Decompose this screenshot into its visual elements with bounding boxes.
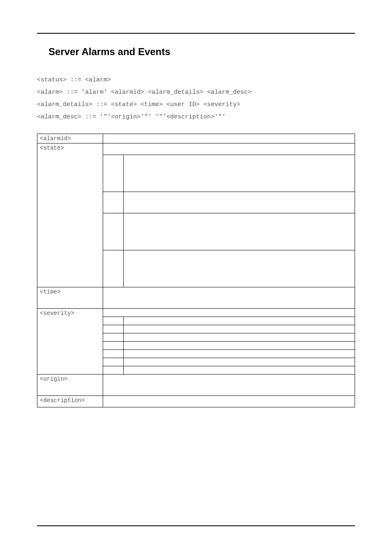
table-row: <state> bbox=[37, 143, 355, 155]
cell-desc bbox=[124, 333, 355, 342]
top-rule bbox=[37, 33, 355, 34]
cell-desc bbox=[124, 358, 355, 366]
cell-code bbox=[103, 325, 124, 333]
cell-code bbox=[103, 333, 124, 342]
cell-name: <alarmid> bbox=[37, 134, 103, 143]
cell-code bbox=[103, 358, 124, 366]
cell-desc bbox=[103, 134, 355, 143]
cell-name: <time> bbox=[37, 287, 103, 309]
footer-rule bbox=[37, 525, 355, 526]
cell-code bbox=[103, 342, 124, 350]
cell-desc bbox=[124, 250, 355, 287]
cell-code bbox=[103, 250, 124, 287]
cell-desc bbox=[124, 317, 355, 325]
cell-code bbox=[103, 192, 124, 213]
table-row: <severity> bbox=[37, 309, 355, 317]
cell-desc bbox=[124, 366, 355, 375]
page-title: Server Alarms and Events bbox=[48, 46, 355, 58]
cell-desc bbox=[124, 350, 355, 358]
cell-desc bbox=[124, 192, 355, 213]
cell-name: <severity> bbox=[37, 309, 103, 375]
cell-name: <state> bbox=[37, 143, 103, 287]
cell-desc bbox=[124, 325, 355, 333]
cell-desc bbox=[103, 287, 355, 309]
page: Server Alarms and Events <status> ::= <a… bbox=[0, 0, 392, 432]
cell-code bbox=[103, 213, 124, 250]
cell-code bbox=[103, 350, 124, 358]
cell-code bbox=[103, 366, 124, 375]
cell-desc bbox=[103, 309, 355, 317]
cell-desc bbox=[124, 155, 355, 192]
cell-desc bbox=[103, 396, 355, 407]
cell-desc bbox=[103, 375, 355, 396]
cell-name: <description> bbox=[37, 396, 103, 407]
cell-desc bbox=[124, 342, 355, 350]
cell-code bbox=[103, 155, 124, 192]
table-row: <origin> bbox=[37, 375, 355, 396]
definition-table: <alarmid> <state> <time> bbox=[37, 134, 355, 407]
table-row: <time> bbox=[37, 287, 355, 309]
cell-desc bbox=[124, 213, 355, 250]
table-row: <alarmid> bbox=[37, 134, 355, 143]
table-row: <description> bbox=[37, 396, 355, 407]
cell-desc bbox=[103, 143, 355, 155]
bnf-block: <status> ::= <alarm> <alarm> ::= 'alarm'… bbox=[37, 74, 355, 123]
cell-code bbox=[103, 317, 124, 325]
cell-name: <origin> bbox=[37, 375, 103, 396]
